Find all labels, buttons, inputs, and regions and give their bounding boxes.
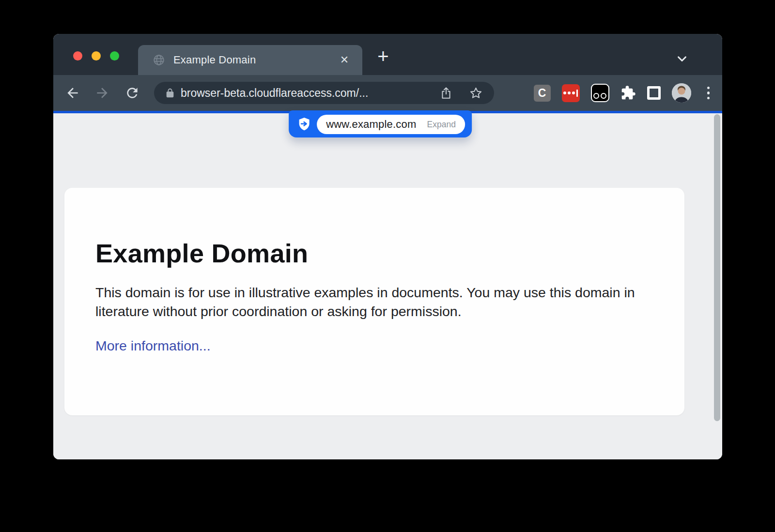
vertical-scrollbar[interactable]	[714, 114, 720, 421]
isolation-host-pill[interactable]: www.example.com Expand	[317, 115, 465, 134]
browser-window: Example Domain ✕ + browser-beta.cloudfla…	[53, 34, 722, 459]
toolbar: browser-beta.cloudflareaccess.com/... C	[53, 75, 722, 111]
forward-button-icon[interactable]	[94, 85, 110, 101]
tab-close-icon[interactable]: ✕	[337, 54, 352, 66]
bookmark-star-icon[interactable]	[469, 87, 482, 100]
chevron-down-icon[interactable]	[675, 51, 689, 66]
isolated-host-text: www.example.com	[326, 118, 416, 131]
back-button-icon[interactable]	[65, 85, 80, 101]
active-tab[interactable]: Example Domain ✕	[138, 45, 362, 75]
tab-title: Example Domain	[173, 54, 337, 66]
url-text[interactable]: browser-beta.cloudflareaccess.com/...	[181, 87, 368, 100]
profile-avatar[interactable]	[672, 83, 691, 103]
new-tab-button[interactable]: +	[371, 44, 396, 69]
lock-icon[interactable]	[165, 87, 175, 99]
browser-menu-icon[interactable]	[702, 84, 715, 103]
more-information-link[interactable]: More information...	[95, 338, 211, 354]
content-card: Example Domain This domain is for use in…	[64, 188, 684, 415]
close-window-button[interactable]	[73, 51, 82, 61]
address-bar[interactable]: browser-beta.cloudflareaccess.com/...	[154, 82, 494, 104]
page-viewport: www.example.com Expand Example Domain Th…	[53, 113, 722, 459]
extensions-puzzle-icon[interactable]	[620, 85, 636, 101]
two-circles-extension-icon[interactable]	[591, 84, 609, 102]
globe-favicon-icon	[153, 54, 165, 66]
page-heading: Example Domain	[95, 238, 684, 268]
browser-isolation-pill[interactable]: www.example.com Expand	[289, 110, 472, 137]
zoom-window-button[interactable]	[110, 51, 119, 61]
extension-row: C	[534, 75, 715, 111]
window-controls	[73, 51, 119, 61]
reload-button-icon[interactable]	[124, 85, 140, 101]
page-paragraph: This domain is for use in illustrative e…	[95, 283, 652, 321]
minimize-window-button[interactable]	[92, 51, 101, 61]
tab-strip: Example Domain ✕ +	[53, 34, 722, 75]
expand-button[interactable]: Expand	[427, 120, 456, 130]
lastpass-extension-icon[interactable]	[562, 84, 580, 102]
share-icon[interactable]	[440, 87, 452, 99]
c-extension-icon[interactable]: C	[534, 85, 551, 102]
isolation-shield-icon	[297, 117, 311, 132]
side-panel-icon[interactable]	[647, 86, 661, 100]
